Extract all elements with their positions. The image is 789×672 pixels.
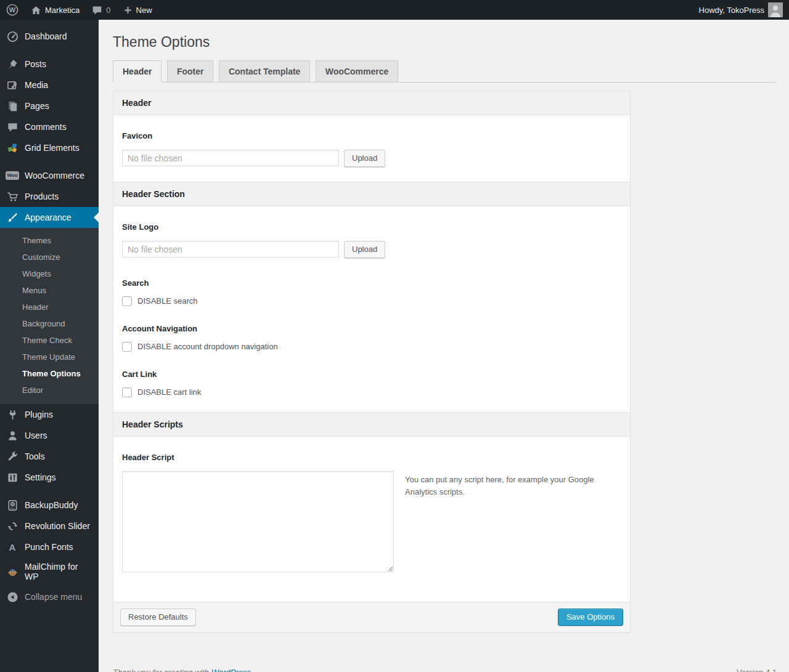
sidebar-item-label: Settings: [25, 472, 56, 482]
sidebar-item-label: Products: [25, 192, 59, 201]
sidebar-item-mailchimp[interactable]: MailChimp for WP: [0, 557, 99, 586]
home-icon: [31, 5, 41, 15]
tab-bar: Header Footer Contact Template WooCommer…: [113, 60, 777, 83]
section-body-header-section: Site Logo Upload Search DISABLE search A…: [113, 206, 630, 412]
avatar: [768, 2, 783, 17]
sidebar-item-comments[interactable]: Comments: [0, 116, 99, 137]
appearance-submenu: Themes Customize Widgets Menus Header Ba…: [0, 228, 99, 404]
svg-text:W: W: [9, 6, 16, 14]
favicon-upload-button[interactable]: Upload: [344, 150, 385, 167]
header-script-label: Header Script: [122, 453, 621, 462]
sidebar-item-label: Posts: [25, 59, 46, 69]
disable-cart-link-checkbox[interactable]: [122, 387, 132, 397]
section-header-header-scripts: Header Scripts: [113, 412, 630, 437]
panel-footer: Restore Defaults Save Options: [113, 602, 630, 632]
thanks-suffix: .: [251, 668, 253, 672]
sidebar-item-settings[interactable]: Settings: [0, 467, 99, 488]
submenu-item-themes[interactable]: Themes: [0, 232, 99, 249]
site-name-link[interactable]: Marketica: [25, 0, 86, 20]
sidebar-item-label: Appearance: [25, 213, 72, 222]
submenu-item-menus[interactable]: Menus: [0, 282, 99, 299]
header-script-textarea[interactable]: [122, 471, 394, 572]
comments-shortcut[interactable]: 0: [86, 0, 117, 20]
new-content-menu[interactable]: New: [117, 0, 158, 20]
media-icon: [6, 79, 18, 91]
wordpress-logo-menu[interactable]: W: [0, 0, 25, 20]
wordpress-logo-icon: W: [6, 4, 18, 16]
tab-woocommerce[interactable]: WooCommerce: [316, 60, 398, 82]
wordpress-link[interactable]: WordPress: [211, 668, 251, 672]
site-logo-upload-button[interactable]: Upload: [344, 241, 385, 258]
site-logo-file-input[interactable]: [122, 241, 339, 257]
submenu-item-theme-update[interactable]: Theme Update: [0, 349, 99, 365]
cart-link-label: Cart Link: [122, 370, 621, 379]
site-logo-label: Site Logo: [122, 222, 621, 232]
sidebar-item-products[interactable]: Products: [0, 186, 99, 207]
sidebar-item-plugins[interactable]: Plugins: [0, 404, 99, 425]
submenu-item-background[interactable]: Background: [0, 315, 99, 332]
sidebar-item-backupbuddy[interactable]: BackupBuddy: [0, 495, 99, 516]
sidebar-item-woocommerce[interactable]: Woo WooCommerce: [0, 165, 99, 186]
restore-defaults-button[interactable]: Restore Defaults: [120, 609, 196, 626]
section-header-header: Header: [113, 91, 630, 115]
cart-icon: [6, 190, 18, 203]
sidebar-item-posts[interactable]: Posts: [0, 54, 99, 75]
plugin-icon: [6, 408, 18, 421]
submenu-item-header[interactable]: Header: [0, 299, 99, 315]
submenu-item-theme-check[interactable]: Theme Check: [0, 332, 99, 349]
sidebar-item-label: BackupBuddy: [25, 500, 78, 510]
user-icon: [6, 429, 18, 442]
sidebar-item-label: Comments: [25, 122, 67, 132]
version-label: Version 4.1: [737, 668, 777, 672]
collapse-menu-button[interactable]: Collapse menu: [0, 586, 99, 607]
save-options-button[interactable]: Save Options: [558, 609, 623, 626]
sidebar-item-tools[interactable]: Tools: [0, 446, 99, 467]
admin-sidebar: Dashboard Posts Media Pages Comments Gri…: [0, 20, 99, 672]
comments-count: 0: [106, 6, 110, 15]
disable-cart-link-checkbox-label[interactable]: DISABLE cart link: [137, 387, 201, 397]
wrench-icon: [6, 450, 18, 463]
account-menu[interactable]: Howdy, TokoPress: [693, 0, 789, 20]
howdy-label: Howdy, TokoPress: [699, 6, 764, 15]
sidebar-item-label: Plugins: [25, 410, 53, 419]
disable-account-nav-checkbox-label[interactable]: DISABLE account dropdown navigation: [137, 342, 278, 351]
submenu-item-widgets[interactable]: Widgets: [0, 265, 99, 282]
disable-search-checkbox[interactable]: [122, 296, 132, 306]
search-label: Search: [122, 278, 621, 288]
sidebar-item-label: Punch Fonts: [25, 542, 73, 552]
sidebar-item-revolution-slider[interactable]: Revolution Slider: [0, 516, 99, 536]
disable-account-nav-checkbox[interactable]: [122, 342, 132, 352]
sidebar-item-label: Revolution Slider: [25, 521, 90, 531]
dashboard-gauge-icon: [6, 30, 18, 43]
sidebar-item-appearance[interactable]: Appearance: [0, 207, 99, 228]
tab-header[interactable]: Header: [113, 60, 161, 83]
submenu-item-customize[interactable]: Customize: [0, 249, 99, 265]
sidebar-item-label: Tools: [25, 451, 45, 461]
submenu-item-theme-options[interactable]: Theme Options: [0, 365, 99, 382]
section-body-header-scripts: Header Script You can put any script her…: [113, 437, 630, 602]
thanks-text: Thank you for creating with WordPress.: [113, 668, 253, 672]
grid-elements-icon: [6, 142, 18, 154]
sidebar-item-users[interactable]: Users: [0, 425, 99, 446]
favicon-file-input[interactable]: [122, 150, 339, 166]
sidebar-item-label: Dashboard: [25, 31, 67, 41]
sidebar-item-grid-elements[interactable]: Grid Elements: [0, 137, 99, 158]
account-navigation-label: Account Navigation: [122, 324, 621, 333]
sidebar-item-dashboard[interactable]: Dashboard: [0, 26, 99, 47]
sidebar-item-label: Grid Elements: [25, 143, 80, 153]
paintbrush-icon: [6, 211, 18, 224]
sidebar-item-media[interactable]: Media: [0, 75, 99, 95]
sidebar-item-pages[interactable]: Pages: [0, 95, 99, 116]
tab-contact-template[interactable]: Contact Template: [219, 60, 310, 82]
sidebar-item-punch-fonts[interactable]: A Punch Fonts: [0, 536, 99, 557]
collapse-arrow-icon: [6, 591, 18, 603]
tab-footer[interactable]: Footer: [167, 60, 214, 82]
site-name-label: Marketica: [45, 6, 80, 15]
comments-icon: [6, 121, 18, 133]
submenu-item-editor[interactable]: Editor: [0, 382, 99, 399]
backupbuddy-icon: [6, 499, 18, 511]
page-footer: Thank you for creating with WordPress. V…: [113, 668, 777, 672]
new-label: New: [136, 6, 152, 15]
admin-bar: W Marketica 0 New Howdy, TokoPress: [0, 0, 789, 20]
disable-search-checkbox-label[interactable]: DISABLE search: [137, 296, 198, 306]
